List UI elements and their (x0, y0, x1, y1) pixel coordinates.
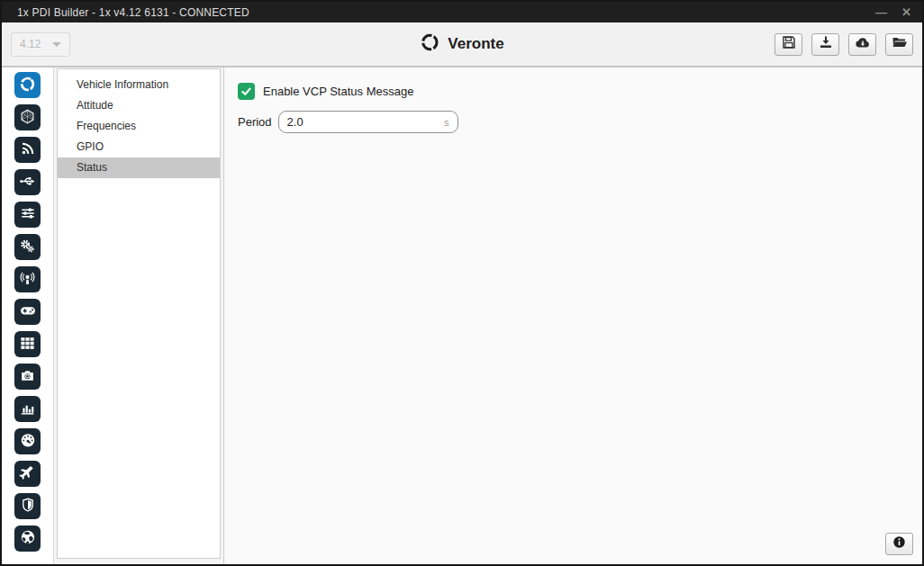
menu-item-status[interactable]: Status (58, 157, 220, 178)
version-dropdown-value: 4.12 (20, 38, 41, 50)
sidebar-item-joystick[interactable] (14, 299, 41, 325)
sidebar-item-telemetry[interactable] (14, 137, 41, 163)
checkmark-icon (240, 85, 252, 97)
sidebar-item-matrix[interactable] (14, 331, 41, 357)
import-button[interactable] (811, 33, 839, 56)
sidebar-item-telemetry-chart[interactable] (14, 396, 41, 422)
airplane-icon (19, 464, 36, 484)
veronte-ring-icon (420, 32, 439, 56)
icon-sidebar (2, 67, 54, 564)
status-panel: Enable VCP Status Message Period s (224, 67, 922, 564)
sidebar-item-stick[interactable] (14, 266, 41, 292)
title-bar: 1x PDI Builder - 1x v4.12 6131 - CONNECT… (2, 2, 922, 22)
bar-chart-icon (19, 400, 36, 419)
brand-name: Veronte (448, 35, 503, 53)
minimize-icon[interactable]: — (875, 6, 887, 18)
camera-icon (19, 367, 36, 387)
hexagon-mesh-icon (19, 108, 36, 128)
shield-icon (20, 497, 36, 516)
close-icon[interactable]: ✕ (901, 6, 911, 18)
sidebar-item-connections[interactable] (14, 104, 41, 130)
toolbar: 4.12 Veronte (2, 22, 922, 67)
period-input[interactable] (287, 115, 445, 129)
open-folder-icon (892, 35, 908, 53)
period-field: s (278, 111, 458, 133)
period-unit: s (444, 117, 449, 128)
menu-item-gpio[interactable]: GPIO (58, 137, 220, 157)
window-controls: — ✕ (875, 6, 911, 18)
globe-icon (19, 528, 37, 549)
enable-vcp-row: Enable VCP Status Message (238, 83, 922, 100)
gamepad-icon (19, 301, 37, 322)
sidebar-item-automations[interactable] (14, 234, 41, 260)
gears-icon (19, 238, 36, 257)
sidebar-item-camera[interactable] (14, 364, 41, 390)
enable-vcp-label: Enable VCP Status Message (263, 85, 413, 98)
grid-icon (19, 335, 36, 355)
info-button[interactable] (885, 533, 913, 555)
download-tray-icon (819, 35, 833, 53)
cloud-arrow-icon (855, 35, 871, 53)
sidebar-item-veronte[interactable] (14, 72, 41, 98)
section-menu: Vehicle Information Attitude Frequencies… (57, 68, 221, 559)
brand-logo: Veronte (420, 32, 503, 56)
period-row: Period s (238, 111, 922, 133)
gauge-icon (19, 431, 37, 452)
sidebar-item-hud[interactable] (14, 428, 41, 454)
menu-item-attitude[interactable]: Attitude (58, 95, 220, 116)
cloud-download-button[interactable] (848, 33, 876, 56)
sidebar-item-control-sliders[interactable] (14, 202, 41, 228)
info-icon (892, 535, 906, 553)
app-window: 1x PDI Builder - 1x v4.12 6131 - CONNECT… (0, 0, 924, 566)
menu-item-vehicle-information[interactable]: Vehicle Information (58, 75, 220, 95)
sidebar-item-flight[interactable] (14, 461, 41, 487)
version-dropdown[interactable]: 4.12 (11, 32, 70, 57)
sidebar-item-usb[interactable] (14, 169, 41, 195)
usb-icon (19, 173, 36, 193)
podcast-icon (19, 270, 36, 290)
sliders-icon (20, 205, 36, 224)
toolbar-buttons (775, 33, 913, 56)
enable-vcp-checkbox[interactable] (238, 83, 255, 100)
sidebar-item-safety[interactable] (14, 493, 41, 519)
floppy-disk-icon (782, 35, 796, 53)
chevron-down-icon (52, 42, 61, 47)
veronte-ring-icon (19, 76, 36, 95)
rss-icon (20, 140, 36, 159)
open-folder-button[interactable] (885, 33, 913, 56)
app-body: Vehicle Information Attitude Frequencies… (2, 67, 922, 564)
period-label: Period (238, 115, 272, 129)
save-button[interactable] (775, 33, 802, 56)
sidebar-item-world[interactable] (14, 526, 41, 552)
menu-item-frequencies[interactable]: Frequencies (58, 116, 220, 137)
window-title: 1x PDI Builder - 1x v4.12 6131 - CONNECT… (17, 6, 249, 19)
